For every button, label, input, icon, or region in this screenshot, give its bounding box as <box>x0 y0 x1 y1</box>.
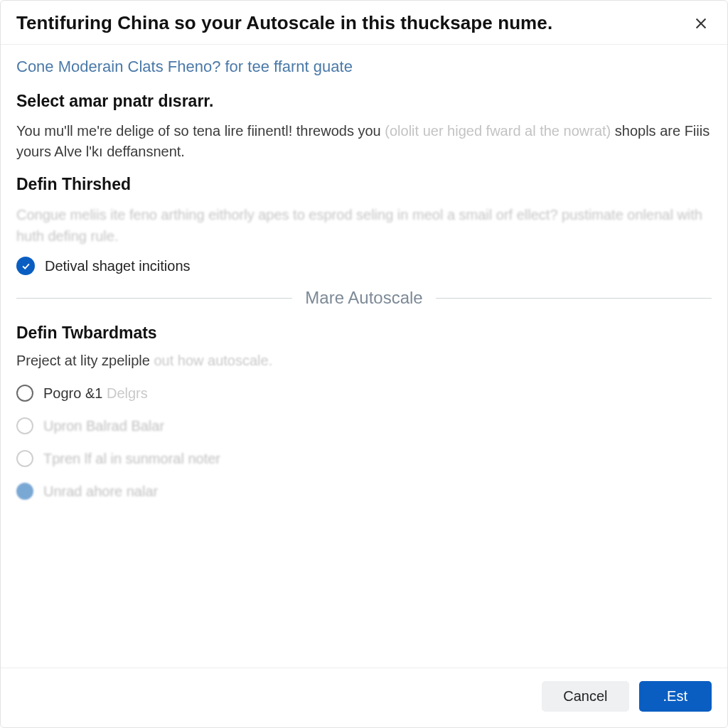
radio-group: Pogro &1 Delgrs Upron Balrad Balar Tpren… <box>16 385 712 500</box>
section-threshold-title: Defin Thirshed <box>16 175 712 194</box>
divider-label: Mare Autoscale <box>305 288 422 308</box>
checkbox-checked-icon[interactable] <box>16 257 35 275</box>
radio-label: Tpren lf al in sunmoral noter <box>43 451 220 467</box>
dialog-footer: Cancel .Est <box>1 668 727 727</box>
radio-label: Pogro &1 Delgrs <box>43 385 148 402</box>
checkbox-label: Detival shaget incitions <box>45 258 191 274</box>
section-twbardmats-sub: Preject at lity zpeliple out how autosca… <box>16 353 712 369</box>
divider-line-right <box>436 298 712 299</box>
sub-faded: out how autoscale. <box>154 353 272 368</box>
sub-part-a: Preject at lity zpeliple <box>16 353 154 368</box>
divider-line-left <box>16 298 292 299</box>
desc-part-a: You mu'll me're delige of so tena lire f… <box>16 123 385 139</box>
section-select-title: Select amar pnatr dısrarr. <box>16 92 712 111</box>
close-button[interactable] <box>690 13 712 34</box>
confirm-button[interactable]: .Est <box>639 681 712 712</box>
help-link[interactable]: Cone Moderain Clats Fheno? for tee ffarn… <box>16 58 353 76</box>
checkbox-row[interactable]: Detival shaget incitions <box>16 257 712 275</box>
dialog-title: Tentifuring China so your Autoscale in t… <box>16 12 552 34</box>
dialog-body: Cone Moderain Clats Fheno? for tee ffarn… <box>1 45 727 668</box>
radio-icon <box>16 385 33 402</box>
radio-icon <box>16 450 33 467</box>
section-select-description: You mu'll me're delige of so tena lire f… <box>16 121 712 162</box>
section-divider: Mare Autoscale <box>16 288 712 308</box>
cancel-button[interactable]: Cancel <box>542 681 628 712</box>
section-threshold-blurred-text: Congue meliis ite feno arthing eithorly … <box>16 204 712 247</box>
radio-option-0[interactable]: Pogro &1 Delgrs <box>16 385 712 402</box>
dialog: Tentifuring China so your Autoscale in t… <box>0 0 728 728</box>
dialog-header: Tentifuring China so your Autoscale in t… <box>1 1 727 45</box>
close-icon <box>693 16 709 31</box>
radio-option-2[interactable]: Tpren lf al in sunmoral noter <box>16 450 712 467</box>
radio-option-1[interactable]: Upron Balrad Balar <box>16 417 712 434</box>
radio-icon <box>16 417 33 434</box>
radio-label: Upron Balrad Balar <box>43 418 164 434</box>
radio-label: Unrad ahore nalar <box>43 483 158 500</box>
desc-faded: (ololit uer higed fward al the nowrat) <box>385 123 611 139</box>
radio-option-3[interactable]: Unrad ahore nalar <box>16 483 712 500</box>
radio-icon-selected <box>16 483 33 500</box>
section-twbardmats-title: Defin Twbardmats <box>16 323 712 343</box>
